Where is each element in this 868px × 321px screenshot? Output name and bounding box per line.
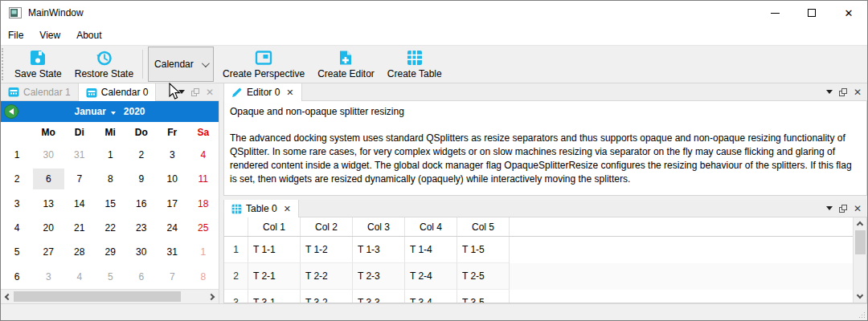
menu-view[interactable]: View [31, 26, 68, 44]
calendar-day[interactable]: 18 [188, 193, 219, 214]
tabs-menu-icon[interactable] [178, 90, 185, 94]
calendar-day[interactable]: 30 [126, 242, 158, 262]
calendar-month[interactable]: Januar [74, 106, 105, 117]
calendar-day[interactable]: 7 [157, 266, 188, 287]
table-cell[interactable]: T 1-1 [248, 237, 301, 263]
tab-calendar-0[interactable]: Calendar 0 [78, 83, 157, 101]
scroll-left-icon[interactable] [5, 293, 11, 299]
calendar-day[interactable]: 10 [157, 169, 188, 189]
float-window-icon[interactable] [839, 88, 847, 96]
table-cell[interactable]: T 2-5 [457, 263, 510, 290]
minimize-button[interactable] [756, 1, 793, 25]
calendar-day[interactable]: 20 [33, 217, 64, 238]
scroll-down-icon[interactable] [857, 292, 863, 299]
table-cell[interactable]: T 3-4 [405, 290, 457, 303]
calendar-day[interactable]: 31 [157, 242, 188, 262]
calendar-day[interactable]: 8 [188, 266, 219, 287]
table-cell[interactable]: T 2-2 [301, 263, 353, 290]
calendar-day[interactable]: 6 [126, 266, 158, 287]
back-button[interactable] [4, 104, 18, 119]
table-cell[interactable]: T 1-2 [301, 237, 353, 263]
calendar-day[interactable]: 8 [95, 169, 126, 189]
table-cell[interactable]: T 3-2 [301, 290, 353, 303]
table-cell[interactable]: T 3-5 [457, 290, 510, 303]
table-cell[interactable]: T 2-1 [248, 263, 301, 290]
tab-close-icon[interactable]: ✕ [286, 87, 293, 98]
calendar-day[interactable]: 11 [188, 169, 219, 189]
calendar-day[interactable]: 27 [33, 242, 64, 262]
create-perspective-button[interactable]: Create Perspective [216, 46, 311, 83]
row-header[interactable]: 1 [224, 237, 248, 263]
close-button[interactable]: ✕ [830, 1, 867, 25]
calendar-day[interactable]: 4 [188, 144, 219, 165]
dock-close-icon[interactable]: ✕ [206, 87, 214, 97]
table-cell[interactable]: T 1-3 [353, 237, 405, 263]
tab-table-0[interactable]: Table 0 ✕ [223, 200, 299, 217]
save-state-button[interactable]: Save State [8, 46, 68, 83]
calendar-day[interactable]: 1 [188, 242, 219, 262]
tab-close-icon[interactable]: ✕ [284, 204, 291, 214]
column-header[interactable]: Col 1 [248, 217, 301, 236]
calendar-day-selected[interactable]: 6 [33, 169, 64, 189]
resize-grip[interactable] [864, 317, 865, 318]
calendar-day[interactable]: 25 [188, 217, 219, 238]
dock-close-icon[interactable]: ✕ [854, 204, 862, 213]
perspective-combobox[interactable]: Calendar [148, 47, 214, 82]
calendar-day[interactable]: 3 [157, 144, 188, 165]
tabs-menu-icon[interactable] [826, 206, 833, 210]
calendar-day[interactable]: 30 [33, 144, 64, 165]
menu-file[interactable]: File [1, 26, 31, 44]
calendar-day[interactable]: 24 [157, 217, 188, 238]
calendar-day[interactable]: 5 [95, 266, 126, 287]
calendar-horizontal-scrollbar[interactable] [1, 289, 219, 303]
scroll-right-icon[interactable] [208, 293, 215, 299]
toolbar-handle[interactable] [2, 48, 7, 80]
tabs-menu-icon[interactable] [826, 90, 833, 94]
tab-editor-0[interactable]: Editor 0 ✕ [223, 83, 302, 101]
table-cell[interactable]: T 1-4 [405, 237, 457, 263]
calendar-day[interactable]: 31 [64, 144, 96, 165]
calendar-day[interactable]: 1 [95, 144, 126, 165]
calendar-day[interactable]: 28 [64, 242, 96, 262]
calendar-day[interactable]: 15 [95, 193, 126, 214]
calendar-day[interactable]: 29 [95, 242, 126, 262]
calendar-day[interactable]: 22 [95, 217, 126, 238]
calendar-day[interactable]: 2 [126, 144, 158, 165]
maximize-button[interactable] [793, 1, 830, 25]
calendar-day[interactable]: 23 [126, 217, 158, 238]
create-editor-button[interactable]: Create Editor [311, 46, 381, 83]
table-cell[interactable]: T 1-5 [457, 237, 510, 263]
column-header[interactable]: Col 4 [405, 217, 457, 236]
table-cell[interactable]: T 3-3 [353, 290, 405, 303]
column-header[interactable]: Col 5 [457, 217, 510, 236]
float-window-icon[interactable] [839, 205, 847, 213]
editor-text-area[interactable]: Opaque and non-opaque splitter resizing … [223, 101, 867, 196]
scrollbar-thumb[interactable] [14, 291, 181, 302]
calendar-day[interactable]: 3 [33, 266, 64, 287]
scroll-up-icon[interactable] [857, 221, 863, 228]
calendar-day[interactable]: 7 [64, 169, 96, 189]
calendar-day[interactable]: 14 [64, 193, 96, 214]
table-cell[interactable]: T 2-4 [405, 263, 457, 290]
table-cell[interactable]: T 3-1 [248, 290, 301, 303]
calendar-day[interactable]: 13 [33, 193, 64, 214]
menu-about[interactable]: About [68, 26, 109, 44]
float-window-icon[interactable] [191, 88, 199, 96]
calendar-day[interactable]: 21 [64, 217, 96, 238]
dock-close-icon[interactable]: ✕ [854, 87, 862, 97]
row-header[interactable]: 3 [224, 290, 248, 303]
table-vertical-scrollbar[interactable] [853, 217, 866, 303]
create-table-button[interactable]: Create Table [381, 46, 448, 83]
row-header[interactable]: 2 [224, 263, 248, 290]
calendar-day[interactable]: 16 [126, 193, 158, 214]
calendar-day[interactable]: 9 [126, 169, 158, 189]
tab-calendar-1[interactable]: Calendar 1 [1, 83, 78, 100]
scrollbar-thumb[interactable] [855, 230, 866, 254]
calendar-day[interactable]: 17 [157, 193, 188, 214]
calendar-day[interactable]: 4 [64, 266, 96, 287]
column-header[interactable]: Col 3 [353, 217, 405, 236]
calendar-year[interactable]: 2020 [124, 106, 145, 117]
column-header[interactable]: Col 2 [301, 217, 353, 236]
table-cell[interactable]: T 2-3 [353, 263, 405, 290]
restore-state-button[interactable]: Restore State [68, 46, 140, 83]
